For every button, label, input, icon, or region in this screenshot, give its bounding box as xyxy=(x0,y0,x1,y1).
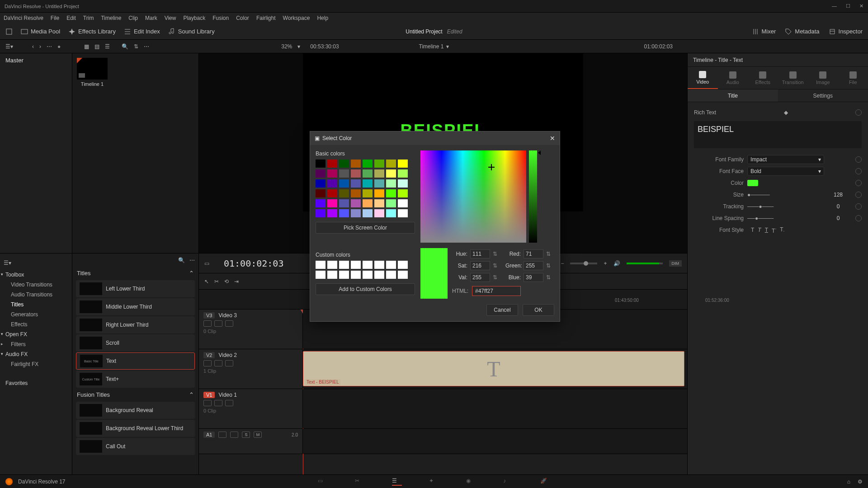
basic-swatch[interactable] xyxy=(339,209,349,217)
metadata-button[interactable]: Metadata xyxy=(785,28,819,35)
track-visible-icon[interactable] xyxy=(214,320,222,327)
settings-icon[interactable]: ⚙ xyxy=(858,479,863,485)
tab-effects[interactable]: Effects xyxy=(748,67,778,89)
track-body[interactable]: T Text - BEISPIEL xyxy=(303,349,687,389)
page-fusion-icon[interactable]: ✦ xyxy=(429,478,439,486)
master-bin[interactable]: Master xyxy=(0,53,72,67)
track-badge[interactable]: A1 xyxy=(203,432,215,438)
reset-icon[interactable] xyxy=(855,215,862,221)
subtab-settings[interactable]: Settings xyxy=(778,89,868,102)
basic-swatch[interactable] xyxy=(316,209,326,217)
mixer-button[interactable]: Mixer xyxy=(752,28,776,35)
basic-swatch[interactable] xyxy=(316,179,326,188)
reset-icon[interactable] xyxy=(855,180,862,186)
add-custom-color-button[interactable]: Add to Custom Colors xyxy=(316,283,415,295)
basic-swatch[interactable] xyxy=(327,169,337,178)
tool-blade-icon[interactable]: ✂ xyxy=(214,278,219,285)
chevron-down-icon[interactable]: ▾ xyxy=(446,43,449,50)
basic-swatch[interactable] xyxy=(386,160,396,168)
tab-audio[interactable]: Audio xyxy=(718,67,748,89)
custom-swatch[interactable] xyxy=(386,261,396,269)
basic-swatch[interactable] xyxy=(351,199,361,207)
custom-swatch[interactable] xyxy=(351,271,361,279)
reset-icon[interactable] xyxy=(855,192,862,198)
reset-icon[interactable] xyxy=(855,203,862,210)
page-edit-icon[interactable]: ☰ xyxy=(392,478,402,486)
basic-swatch[interactable] xyxy=(316,169,326,178)
title-item[interactable]: Custom TitleText+ xyxy=(76,371,195,388)
basic-swatch[interactable] xyxy=(386,209,396,217)
font-family-select[interactable]: Impact▾ xyxy=(747,155,824,164)
tree-generators[interactable]: Generators xyxy=(0,310,72,319)
custom-swatch[interactable] xyxy=(327,261,337,269)
tab-image[interactable]: Image xyxy=(808,67,838,89)
zoom-out-icon[interactable]: − xyxy=(561,260,564,267)
basic-swatch[interactable] xyxy=(351,209,361,217)
title-item[interactable]: Background Reveal Lower Third xyxy=(76,420,195,437)
track-badge[interactable]: V2 xyxy=(203,352,215,358)
zoom-chevron-icon[interactable]: ▾ xyxy=(297,43,300,50)
gradient-cursor[interactable] xyxy=(488,164,495,170)
menu-item[interactable]: Fairlight xyxy=(256,15,276,21)
mute-button[interactable]: M xyxy=(254,432,262,438)
basic-swatch[interactable] xyxy=(316,189,326,197)
section-titles[interactable]: Titles⌃ xyxy=(72,267,198,279)
dialog-titlebar[interactable]: ▣ Select Color ✕ xyxy=(310,131,560,145)
menu-item[interactable]: Color xyxy=(236,15,249,21)
title-item[interactable]: Left Lower Third xyxy=(76,280,195,297)
title-item[interactable]: Background Reveal xyxy=(76,402,195,419)
custom-swatch[interactable] xyxy=(386,271,396,279)
style-sub-icon[interactable]: T· xyxy=(780,226,784,234)
basic-swatch[interactable] xyxy=(386,169,396,178)
menu-item[interactable]: Edit xyxy=(66,15,76,21)
menu-item[interactable]: Clip xyxy=(128,15,138,21)
title-item[interactable]: Scroll xyxy=(76,334,195,352)
menu-item[interactable]: Playback xyxy=(183,15,205,21)
track-visible-icon[interactable] xyxy=(214,400,222,406)
basic-swatch[interactable] xyxy=(398,160,408,168)
dialog-close-icon[interactable]: ✕ xyxy=(550,135,555,142)
basic-swatch[interactable] xyxy=(327,179,337,188)
basic-swatch[interactable] xyxy=(327,189,337,197)
basic-swatch[interactable] xyxy=(374,169,384,178)
tree-audio-transitions[interactable]: Audio Transitions xyxy=(0,290,72,300)
basic-swatch[interactable] xyxy=(351,179,361,188)
basic-swatch[interactable] xyxy=(339,160,349,168)
basic-swatch[interactable] xyxy=(363,209,373,217)
options-icon[interactable]: ⋯ xyxy=(144,43,149,50)
basic-swatch[interactable] xyxy=(363,179,373,188)
record-icon[interactable]: ● xyxy=(57,43,61,50)
basic-swatch[interactable] xyxy=(374,179,384,188)
sound-library-button[interactable]: Sound Library xyxy=(168,28,215,35)
tree-toolbox[interactable]: ▾Toolbox xyxy=(0,270,72,280)
tree-effects[interactable]: Effects xyxy=(0,319,72,329)
basic-swatch[interactable] xyxy=(398,189,408,197)
val-input[interactable] xyxy=(470,273,490,282)
title-item[interactable]: Right Lower Third xyxy=(76,316,195,333)
panel-menu-icon[interactable]: ☰▾ xyxy=(4,260,11,266)
panel-menu-icon[interactable]: ☰▾ xyxy=(5,43,13,50)
nav-next-icon[interactable]: › xyxy=(39,43,41,50)
expand-button[interactable] xyxy=(5,28,13,35)
style-super-icon[interactable]: T· xyxy=(772,226,776,234)
track-link-icon[interactable] xyxy=(225,360,233,366)
tl-tool-icon[interactable]: ▭ xyxy=(204,260,209,267)
home-icon[interactable]: ⌂ xyxy=(847,479,850,485)
hue-input[interactable] xyxy=(470,249,490,258)
basic-swatch[interactable] xyxy=(374,160,384,168)
custom-swatch[interactable] xyxy=(339,271,349,279)
cancel-button[interactable]: Cancel xyxy=(486,304,518,316)
timeline-name[interactable]: Timeline 1 xyxy=(419,43,444,50)
inspector-button[interactable]: Inspector xyxy=(829,28,863,35)
lock-icon[interactable] xyxy=(218,432,226,438)
clip-thumbnail[interactable]: Timeline 1 xyxy=(77,58,108,87)
subtab-title[interactable]: Title xyxy=(688,89,778,102)
basic-swatch[interactable] xyxy=(398,199,408,207)
tab-file[interactable]: File xyxy=(838,67,868,89)
tree-filters[interactable]: ▸Filters xyxy=(0,339,72,349)
maximize-icon[interactable]: ☐ xyxy=(846,3,850,9)
page-color-icon[interactable]: ◉ xyxy=(466,478,476,486)
basic-swatch[interactable] xyxy=(316,160,326,168)
spinner-icon[interactable]: ⇅ xyxy=(546,263,551,269)
section-fusion-titles[interactable]: Fusion Titles⌃ xyxy=(72,389,198,401)
